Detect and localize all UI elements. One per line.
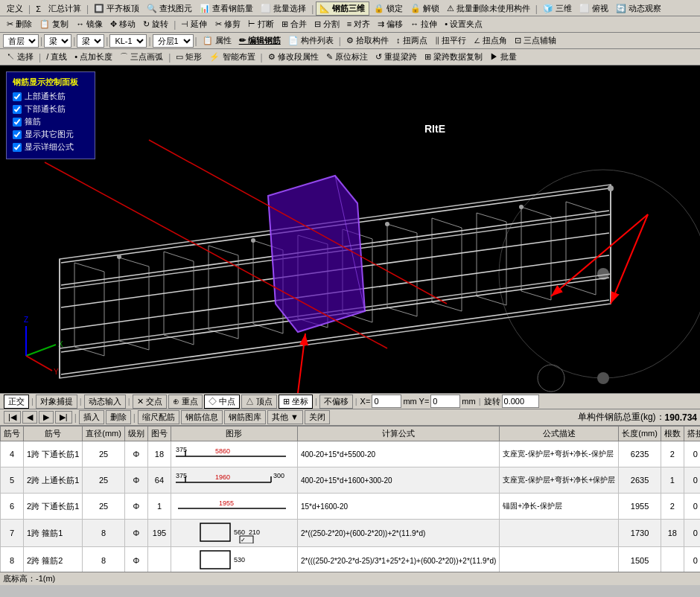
cb-bottom-rebar[interactable] xyxy=(13,105,22,114)
rotate-input[interactable] xyxy=(502,395,539,408)
btn-edit-rebar[interactable]: ✏ 编辑钢筋 xyxy=(236,34,284,47)
btn-component-list[interactable]: 📄 构件列表 xyxy=(285,34,337,47)
btn-copy[interactable]: 📋 复制 xyxy=(36,18,71,31)
btn-delete-row[interactable]: 删除 xyxy=(106,410,131,424)
btn-insert[interactable]: 插入 xyxy=(79,410,104,424)
btn-stretch[interactable]: ↔ 拉伸 xyxy=(407,18,440,31)
btn-rebar-info[interactable]: 钢筋信息 xyxy=(181,410,223,424)
cell-count: 2 xyxy=(661,494,684,520)
btn-property[interactable]: 📋 属性 xyxy=(200,34,235,47)
btn-nav-last[interactable]: ▶| xyxy=(55,411,72,424)
toolbar-3d[interactable]: 🧊 三维 xyxy=(540,2,575,15)
btn-3pt-axis[interactable]: ⊡ 三点辅轴 xyxy=(512,34,559,47)
btn-rebar-lib[interactable]: 钢筋图库 xyxy=(224,410,266,424)
panel-item-5[interactable]: 显示详细公式 xyxy=(13,141,89,153)
btn-span-copy[interactable]: ⊞ 梁跨数据复制 xyxy=(421,51,486,63)
btn-mirror[interactable]: ↔ 镜像 xyxy=(73,18,106,31)
toolbar-unlock[interactable]: 🔓 解锁 xyxy=(407,2,442,15)
btn-move[interactable]: ✥ 移动 xyxy=(107,18,139,31)
cb-other-elem[interactable] xyxy=(13,130,22,139)
toolbar-find[interactable]: 🔍 查找图元 xyxy=(144,2,195,15)
select-type[interactable]: 梁 xyxy=(44,34,71,48)
btn-pick[interactable]: ⚙ 拾取构件 xyxy=(343,34,392,47)
btn-offset[interactable]: ⇉ 偏移 xyxy=(375,18,406,31)
btn-modify-seg[interactable]: ⚙ 修改段属性 xyxy=(265,51,322,63)
panel-item-2[interactable]: 下部通长筋 xyxy=(13,103,89,115)
toolbar-sigma[interactable]: Σ xyxy=(33,4,44,14)
btn-rect[interactable]: ▭ 矩形 xyxy=(173,51,205,63)
btn-midpoint-heavy[interactable]: ⊕ 重点 xyxy=(168,395,203,409)
btn-twist-angle[interactable]: ∠ 扭点角 xyxy=(471,34,510,47)
btn-delete[interactable]: ✂ 删除 xyxy=(4,18,35,31)
select-layer[interactable]: 分层1 xyxy=(153,34,194,48)
cb-stirrup[interactable] xyxy=(13,118,22,127)
btn-nav-next[interactable]: ▶ xyxy=(39,411,54,424)
btn-merge[interactable]: ⊞ 合并 xyxy=(279,18,310,31)
btn-twist-parallel[interactable]: ∥ 扭平行 xyxy=(432,34,469,47)
btn-nav-prev[interactable]: ◀ xyxy=(22,411,37,424)
toolbar-batch-select[interactable]: ⬜ 批量选择 xyxy=(258,2,309,15)
btn-set-points[interactable]: • 设置夹点 xyxy=(442,18,486,31)
cell-diameter: 25 xyxy=(83,441,125,467)
btn-other[interactable]: 其他 ▼ xyxy=(267,410,303,424)
btn-line[interactable]: / 直线 xyxy=(43,51,70,63)
btn-intersection[interactable]: ✕ 交点 xyxy=(133,395,167,409)
table-row[interactable]: 5 2跨 上通长筋1 25 Φ 64 375 1960 300 400-20+1… xyxy=(1,467,701,494)
btn-close[interactable]: 关闭 xyxy=(305,410,330,424)
table-row[interactable]: 7 1跨 箍筋1 8 Φ 195 560 210 ✓ 2*((250-2*20)… xyxy=(1,520,701,547)
btn-object-snap[interactable]: 对象捕提 xyxy=(36,395,77,409)
btn-select[interactable]: ↖ 选择 xyxy=(4,51,36,63)
btn-midpoint[interactable]: ◇ 中点 xyxy=(204,395,240,409)
btn-no-offset[interactable]: 不偏移 xyxy=(319,395,353,409)
btn-rotate[interactable]: ↻ 旋转 xyxy=(140,18,171,31)
btn-trim[interactable]: ✂ 修剪 xyxy=(212,18,244,31)
toolbar-align-top[interactable]: 🔲 平齐板顶 xyxy=(91,2,142,15)
panel-item-3[interactable]: 箍筋 xyxy=(13,116,89,127)
table-row[interactable]: 4 1跨 下通长筋1 25 Φ 18 375 5860 400-20+15*d+… xyxy=(1,441,701,467)
toolbar-rebar-3d[interactable]: 📐 钢筋三维 xyxy=(316,1,369,16)
btn-extend[interactable]: ⊣ 延伸 xyxy=(178,18,210,31)
btn-scale-rebar[interactable]: 缩尺配筋 xyxy=(138,410,179,424)
rebar-table[interactable]: 筋号 筋号 直径(mm) 级别 图号 图形 计算公式 公式描述 长度(mm) 根… xyxy=(0,426,700,572)
btn-align[interactable]: ≡ 对齐 xyxy=(344,18,373,31)
toolbar-top-view[interactable]: ⬜ 俯视 xyxy=(576,2,611,15)
toolbar-row4: ↖ 选择 | / 直线 • 点加长度 ⌒ 三点画弧 | ▭ 矩形 ⚡ 智能布置 … xyxy=(0,49,700,66)
table-row[interactable]: 8 2跨 箍筋2 8 Φ 530 2*(((250-2*20-2*d-25)/3… xyxy=(1,547,701,572)
btn-ortho[interactable]: 正交 xyxy=(4,395,29,409)
toolbar-calc[interactable]: 汇总计算 xyxy=(45,2,84,15)
btn-in-situ-mark[interactable]: ✎ 原位标注 xyxy=(323,51,371,63)
cb-top-rebar[interactable] xyxy=(13,92,22,101)
btn-3pt-arc[interactable]: ⌒ 三点画弧 xyxy=(117,51,166,63)
svg-point-43 xyxy=(251,238,255,243)
btn-point-length[interactable]: • 点加长度 xyxy=(71,51,115,63)
btn-smart-place[interactable]: ⚡ 智能布置 xyxy=(206,51,258,63)
cb-detail-formula[interactable] xyxy=(13,143,22,152)
select-element[interactable]: KL-1 xyxy=(109,34,147,48)
btn-re-extract[interactable]: ↺ 重提梁跨 xyxy=(372,51,420,63)
panel-item-4[interactable]: 显示其它图元 xyxy=(13,129,89,140)
cell-length: 1730 xyxy=(619,520,661,547)
3d-viewport[interactable]: X Z Y xyxy=(0,66,700,393)
btn-split[interactable]: ⊟ 分割 xyxy=(311,18,343,31)
toolbar-view-rebar[interactable]: 📊 查看钢筋量 xyxy=(197,2,256,15)
toolbar-dynamic-view[interactable]: 🔄 动态观察 xyxy=(613,2,664,15)
x-input[interactable] xyxy=(372,395,401,408)
cell-figno: 1 xyxy=(147,494,171,520)
btn-break[interactable]: ⊢ 打断 xyxy=(245,18,277,31)
btn-twist-2pt[interactable]: ↕ 扭两点 xyxy=(393,34,430,47)
btn-nav-first[interactable]: |◀ xyxy=(4,411,21,424)
btn-batch[interactable]: ▶ 批量 xyxy=(487,51,520,63)
toolbar-batch-delete[interactable]: ⚠ 批量删除未使用构件 xyxy=(444,2,533,15)
select-floor[interactable]: 首层 xyxy=(3,34,39,48)
y-input[interactable] xyxy=(430,395,460,408)
toolbar-lock[interactable]: 🔒 锁定 xyxy=(371,2,406,15)
rotate-label: 旋转 xyxy=(484,396,500,407)
toolbar-define[interactable]: 定义 xyxy=(4,2,26,15)
select-subtype[interactable]: 梁 xyxy=(77,34,104,48)
panel-item-1[interactable]: 上部通长筋 xyxy=(13,91,89,102)
btn-dynamic-input[interactable]: 动态输入 xyxy=(84,395,126,409)
btn-coord[interactable]: ⊞ 坐标 xyxy=(279,395,313,409)
table-row[interactable]: 6 2跨 下通长筋1 25 Φ 1 1955 15*d+1600-20 锚固+净… xyxy=(1,494,701,520)
cell-count: 2 xyxy=(661,441,684,467)
btn-vertex[interactable]: △ 顶点 xyxy=(241,395,277,409)
